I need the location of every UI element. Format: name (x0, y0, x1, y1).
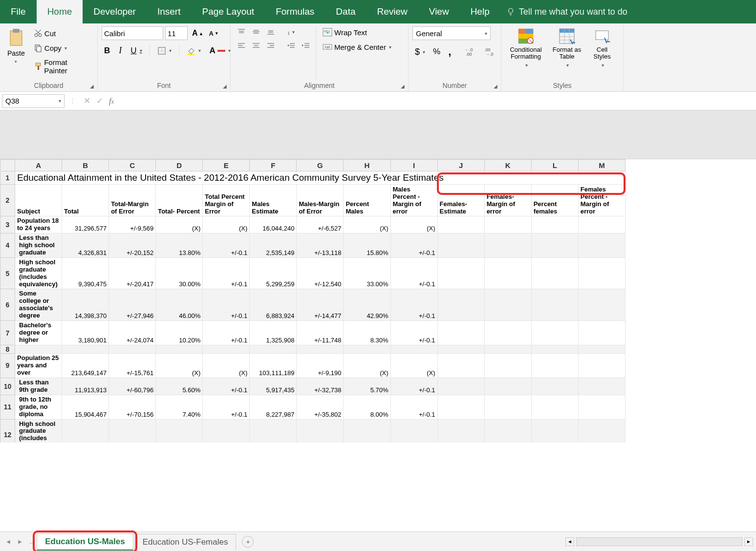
cell-I4[interactable]: +/-0.1 (390, 233, 437, 257)
cell-M10[interactable] (578, 378, 625, 395)
select-all-corner[interactable] (0, 160, 15, 171)
tab-data[interactable]: Data (325, 0, 366, 23)
font-size-combo[interactable] (165, 26, 188, 40)
wrap-text-button[interactable]: ab Wrap Text (320, 26, 394, 38)
cell-D4[interactable]: 13.80% (156, 233, 203, 257)
fx-icon[interactable]: fx (109, 96, 114, 106)
cell-M4[interactable] (578, 233, 625, 257)
clipboard-launcher[interactable]: ◢ (88, 83, 95, 89)
cell-J6[interactable] (437, 289, 484, 321)
cell-K5[interactable] (484, 257, 531, 289)
column-header-K[interactable]: K (484, 160, 531, 171)
orientation-button[interactable]: ab (284, 26, 297, 37)
cell-B3[interactable]: 31,296,577 (62, 216, 109, 233)
cell-L8[interactable] (531, 345, 578, 354)
cell-B9[interactable]: 213,649,147 (62, 354, 109, 378)
cell-J5[interactable] (437, 257, 484, 289)
cell-L6[interactable] (531, 289, 578, 321)
name-box[interactable]: Q38 ▾ (2, 94, 65, 108)
cell-C10[interactable]: +/-60,796 (109, 378, 156, 395)
tab-view[interactable]: View (418, 0, 460, 23)
cell-G4[interactable]: +/-13,118 (297, 233, 344, 257)
sheet-nav-next[interactable]: ► (15, 538, 25, 545)
cell-G11[interactable]: +/-35,802 (297, 395, 344, 419)
header-cell-F[interactable]: Males Estimate (250, 185, 297, 216)
sheet-nav-prev[interactable]: ◄ (3, 538, 14, 545)
cell-G5[interactable]: +/-12,540 (297, 257, 344, 289)
formula-input[interactable] (119, 94, 756, 108)
cell-F12[interactable]: 29,123,238 (250, 419, 297, 443)
cell-C6[interactable]: +/-27,946 (109, 289, 156, 321)
cell-M8[interactable] (578, 345, 625, 354)
cell-B11[interactable]: 15,904,467 (62, 395, 109, 419)
row-header-8[interactable]: 8 (0, 345, 15, 354)
cell-E5[interactable]: +/-0.1 (203, 257, 250, 289)
cell-F10[interactable]: 5,917,435 (250, 378, 297, 395)
cell-I8[interactable] (390, 345, 437, 354)
decrease-indent-button[interactable] (284, 40, 297, 51)
cell-L4[interactable] (531, 233, 578, 257)
cell-styles-button[interactable]: Cell Styles (587, 26, 617, 69)
cell-K10[interactable] (484, 378, 531, 395)
cell-H12[interactable]: 28.20% (344, 419, 390, 443)
increase-indent-button[interactable] (299, 40, 312, 51)
row-header-11[interactable]: 11 (0, 395, 15, 419)
cell-L9[interactable] (531, 354, 578, 378)
row-header-10[interactable]: 10 (0, 378, 15, 395)
fill-color-button[interactable] (184, 45, 203, 57)
cell-K11[interactable] (484, 395, 531, 419)
row-header-5[interactable]: 5 (0, 257, 15, 289)
horizontal-scrollbar[interactable]: ◄ ► (565, 537, 753, 546)
cell-M7[interactable] (578, 321, 625, 345)
cell-I10[interactable]: +/-0.1 (390, 378, 437, 395)
cell-B8[interactable] (62, 345, 109, 354)
header-cell-K[interactable]: Females-Margin of error (484, 185, 531, 216)
cell-H6[interactable]: 42.90% (344, 289, 390, 321)
conditional-formatting-button[interactable]: Conditional Formatting (505, 26, 546, 69)
format-painter-button[interactable]: Format Painter (31, 57, 93, 76)
tell-me-search[interactable]: Tell me what you want to do (500, 0, 627, 23)
number-format-combo[interactable]: General ▾ (412, 26, 491, 40)
cell-D11[interactable]: 7.40% (156, 395, 203, 419)
column-header-L[interactable]: L (531, 160, 578, 171)
cell-A4[interactable]: Less than high school graduate (15, 233, 62, 257)
cell-D6[interactable]: 46.00% (156, 289, 203, 321)
tab-page-layout[interactable]: Page Layout (191, 0, 265, 23)
cell-F5[interactable]: 5,299,259 (250, 257, 297, 289)
cell-M9[interactable] (578, 354, 625, 378)
header-cell-A[interactable]: Subject (15, 185, 62, 216)
row-header-12[interactable]: 12 (0, 419, 15, 443)
cell-L11[interactable] (531, 395, 578, 419)
cell-L7[interactable] (531, 321, 578, 345)
copy-button[interactable]: Copy (31, 42, 93, 54)
cell-I11[interactable]: +/-0.1 (390, 395, 437, 419)
cell-B6[interactable]: 14,398,370 (62, 289, 109, 321)
merge-center-button[interactable]: a Merge & Center (320, 41, 394, 53)
column-header-M[interactable]: M (578, 160, 625, 171)
cell-H4[interactable]: 15.80% (344, 233, 390, 257)
cell-D9[interactable]: (X) (156, 354, 203, 378)
cell-K9[interactable] (484, 354, 531, 378)
column-header-F[interactable]: F (250, 160, 297, 171)
cell-E3[interactable]: (X) (203, 216, 250, 233)
bold-button[interactable]: B (102, 44, 112, 57)
cell-C7[interactable]: +/-24,074 (109, 321, 156, 345)
cell-A12[interactable]: High school graduate (includes equivalen… (15, 419, 62, 443)
hscroll-left[interactable]: ◄ (565, 537, 574, 546)
cell-K6[interactable] (484, 289, 531, 321)
cell-M3[interactable] (578, 216, 625, 233)
column-header-H[interactable]: H (344, 160, 390, 171)
cell-A10[interactable]: Less than 9th grade (15, 378, 62, 395)
column-header-E[interactable]: E (203, 160, 250, 171)
cell-E4[interactable]: +/-0.1 (203, 233, 250, 257)
cell-D7[interactable]: 10.20% (156, 321, 203, 345)
cell-E6[interactable]: +/-0.1 (203, 289, 250, 321)
accounting-format-button[interactable]: $ (412, 45, 428, 59)
cell-D3[interactable]: (X) (156, 216, 203, 233)
number-launcher[interactable]: ◢ (492, 83, 499, 89)
cell-J10[interactable] (437, 378, 484, 395)
cell-H5[interactable]: 33.00% (344, 257, 390, 289)
cell-B10[interactable]: 11,913,913 (62, 378, 109, 395)
column-header-B[interactable]: B (62, 160, 109, 171)
cell-K7[interactable] (484, 321, 531, 345)
